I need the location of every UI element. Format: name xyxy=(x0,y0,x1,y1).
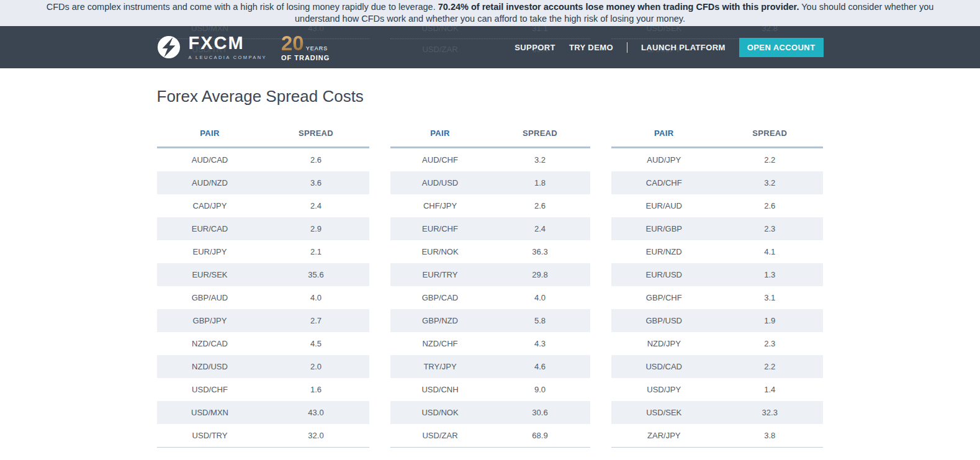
pair-cell: NZD/JPY xyxy=(611,339,717,348)
spread-cell: 3.8 xyxy=(717,431,823,440)
table-header-row: PAIR SPREAD xyxy=(611,129,823,148)
pair-cell: EUR/TRY xyxy=(390,270,490,279)
spread-table-2: PAIR SPREAD AUD/CHF3.2AUD/USD1.8CHF/JPY2… xyxy=(390,129,590,448)
spread-cell: 2.1 xyxy=(263,247,369,256)
table-row: USD/NOK30.6 xyxy=(390,401,590,424)
risk-text-bold: 70.24% of retail investor accounts lose … xyxy=(438,2,799,12)
spread-cell: 2.6 xyxy=(263,155,369,165)
badge-number: 20 xyxy=(281,33,306,53)
table-row: AUD/CHF3.2 xyxy=(390,148,590,171)
spread-cell: 32.3 xyxy=(717,408,823,417)
spread-cell: 4.3 xyxy=(490,339,590,348)
main-content: Forex Average Spread Costs PAIR SPREAD A… xyxy=(157,87,824,460)
spread-table-3: PAIR SPREAD AUD/JPY2.2CAD/CHF3.2EUR/AUD2… xyxy=(611,129,823,448)
spread-cell: 2.2 xyxy=(717,155,823,165)
pair-cell: USD/TRY xyxy=(157,431,263,440)
spread-cell: 2.0 xyxy=(263,362,369,371)
table-row: EUR/GBP2.3 xyxy=(611,217,823,240)
spread-column-header: SPREAD xyxy=(263,129,369,138)
table-row: USD/JPY1.4 xyxy=(611,378,823,401)
table-row: GBP/CHF3.1 xyxy=(611,286,823,309)
pair-cell: EUR/CHF xyxy=(390,224,490,233)
pair-column-header: PAIR xyxy=(611,129,717,138)
table-row: NZD/CHF4.3 xyxy=(390,332,590,355)
20-years-badge: 20 YEARS OF TRADING xyxy=(281,33,330,61)
spread-cell: 2.3 xyxy=(717,224,823,233)
pair-cell: EUR/NOK xyxy=(390,247,490,256)
table-row: EUR/NZD4.1 xyxy=(611,240,823,263)
spread-cell: 43.0 xyxy=(263,408,369,417)
pair-cell: USD/NOK xyxy=(390,408,490,417)
spread-cell: 3.2 xyxy=(717,178,823,187)
spread-cell: 29.8 xyxy=(490,270,590,279)
pair-cell: GBP/CHF xyxy=(611,293,717,302)
pair-cell: AUD/JPY xyxy=(611,155,717,165)
top-navbar: USD/MXN43.0USD/NOK31.1USD/SEK32.8USD/TRY… xyxy=(0,26,980,68)
spread-cell: 4.0 xyxy=(263,293,369,302)
spread-cell: 2.6 xyxy=(717,201,823,210)
brand-tagline: A LEUCADIA COMPANY xyxy=(189,55,267,60)
brand-name: FXCM xyxy=(189,34,267,52)
spread-cell: 1.3 xyxy=(717,270,823,279)
pair-cell: CAD/JPY xyxy=(157,201,263,210)
spread-cell: 1.4 xyxy=(717,385,823,394)
pair-cell: USD/CAD xyxy=(611,362,717,371)
spread-cell: 2.9 xyxy=(263,224,369,233)
pair-column-header: PAIR xyxy=(157,129,263,138)
spread-column-header: SPREAD xyxy=(490,129,590,138)
pair-cell: GBP/NZD xyxy=(390,316,490,325)
pair-cell: EUR/AUD xyxy=(611,201,717,210)
table-header-row: PAIR SPREAD xyxy=(157,129,369,148)
badge-years-label: YEARS xyxy=(306,46,330,53)
pair-cell: AUD/CHF xyxy=(390,155,490,165)
spread-cell: 2.4 xyxy=(263,201,369,210)
table-row: CAD/CHF3.2 xyxy=(611,171,823,194)
spread-cell: 4.1 xyxy=(717,247,823,256)
spread-cell: 3.1 xyxy=(717,293,823,302)
pair-cell: USD/ZAR xyxy=(390,431,490,440)
table-row: NZD/CAD4.5 xyxy=(157,332,369,355)
nav-divider xyxy=(627,42,627,53)
table-row: USD/CNH9.0 xyxy=(390,378,590,401)
spread-cell: 35.6 xyxy=(263,270,369,279)
table-row: USD/CAD2.2 xyxy=(611,355,823,378)
spread-cell: 9.0 xyxy=(490,385,590,394)
spread-cell: 2.4 xyxy=(490,224,590,233)
table-row: EUR/CAD2.9 xyxy=(157,217,369,240)
spread-cell: 1.9 xyxy=(717,316,823,325)
nav-item-support[interactable]: SUPPORT xyxy=(515,43,555,52)
pair-cell: ZAR/JPY xyxy=(611,431,717,440)
spread-cell: 3.2 xyxy=(490,155,590,165)
table-row: AUD/JPY2.2 xyxy=(611,148,823,171)
spread-tables: PAIR SPREAD AUD/CAD2.6AUD/NZD3.6CAD/JPY2… xyxy=(157,129,824,460)
page-title: Forex Average Spread Costs xyxy=(157,87,824,106)
table-row: EUR/AUD2.6 xyxy=(611,194,823,217)
pair-cell: TRY/JPY xyxy=(390,362,490,371)
open-account-button[interactable]: OPEN ACCOUNT xyxy=(739,38,824,57)
spread-cell: 1.6 xyxy=(263,385,369,394)
pair-cell: NZD/CAD xyxy=(157,339,263,348)
nav-item-launch-platform[interactable]: LAUNCH PLATFORM xyxy=(641,43,726,52)
table-row: AUD/NZD3.6 xyxy=(157,171,369,194)
spread-cell: 3.6 xyxy=(263,178,369,187)
table-row: CHF/JPY2.6 xyxy=(390,194,590,217)
risk-warning-banner: CFDs are complex instruments and come wi… xyxy=(0,0,980,26)
nav-item-try-demo[interactable]: TRY DEMO xyxy=(569,43,613,52)
spread-cell: 1.8 xyxy=(490,178,590,187)
spread-cell: 2.6 xyxy=(490,201,590,210)
table-row: AUD/CAD2.6 xyxy=(157,148,369,171)
spread-table-1: PAIR SPREAD AUD/CAD2.6AUD/NZD3.6CAD/JPY2… xyxy=(157,129,369,448)
spread-cell: 2.7 xyxy=(263,316,369,325)
table-row: EUR/USD1.3 xyxy=(611,263,823,286)
spread-cell: 68.9 xyxy=(490,431,590,440)
fxcm-logo[interactable]: FXCM A LEUCADIA COMPANY 20 YEARS OF TRAD… xyxy=(157,33,330,61)
table-row: GBP/USD1.9 xyxy=(611,309,823,332)
pair-cell: EUR/CAD xyxy=(157,224,263,233)
table-row: GBP/NZD5.8 xyxy=(390,309,590,332)
pair-cell: USD/JPY xyxy=(611,385,717,394)
pair-cell: GBP/USD xyxy=(611,316,717,325)
table-row: EUR/JPY2.1 xyxy=(157,240,369,263)
table-row: USD/TRY32.0 xyxy=(157,424,369,447)
pair-cell: AUD/USD xyxy=(390,178,490,187)
pair-cell: GBP/CAD xyxy=(390,293,490,302)
